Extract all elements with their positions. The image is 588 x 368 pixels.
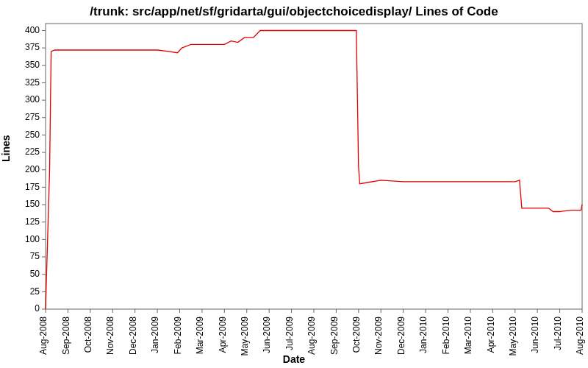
svg-text:Jan-2009: Jan-2009 [150, 316, 160, 353]
svg-text:Jun-2010: Jun-2010 [530, 316, 540, 353]
svg-text:Nov-2009: Nov-2009 [373, 316, 384, 355]
svg-text:Apr-2009: Apr-2009 [218, 316, 228, 353]
svg-text:Oct-2008: Oct-2008 [83, 316, 93, 353]
svg-text:250: 250 [25, 130, 40, 140]
svg-text:Oct-2009: Oct-2009 [351, 316, 362, 353]
svg-text:Feb-2010: Feb-2010 [441, 316, 451, 355]
svg-text:150: 150 [25, 199, 40, 209]
svg-text:100: 100 [25, 234, 40, 244]
svg-text:Nov-2008: Nov-2008 [105, 316, 115, 355]
svg-text:50: 50 [30, 269, 40, 279]
svg-text:Sep-2008: Sep-2008 [61, 316, 71, 355]
svg-text:375: 375 [25, 42, 40, 52]
svg-text:Mar-2009: Mar-2009 [195, 316, 205, 355]
svg-text:Aug-2009: Aug-2009 [306, 316, 317, 355]
svg-text:200: 200 [25, 164, 40, 174]
svg-text:25: 25 [30, 286, 40, 297]
svg-text:Aug-2010: Aug-2010 [575, 316, 585, 355]
svg-rect-0 [46, 24, 582, 309]
svg-text:Jul-2010: Jul-2010 [553, 316, 563, 350]
loc-chart: /trunk: src/app/net/sf/gridarta/gui/obje… [0, 0, 588, 368]
svg-text:175: 175 [25, 182, 40, 192]
svg-text:Feb-2009: Feb-2009 [173, 316, 183, 355]
svg-text:225: 225 [25, 146, 40, 157]
svg-text:350: 350 [25, 60, 40, 70]
svg-text:Aug-2008: Aug-2008 [38, 316, 49, 355]
svg-text:0: 0 [35, 303, 40, 314]
plot-svg: 0255075100125150175200225250275300325350… [0, 0, 588, 368]
svg-text:75: 75 [30, 251, 40, 261]
svg-text:Dec-2009: Dec-2009 [396, 316, 406, 355]
svg-text:Jun-2009: Jun-2009 [262, 316, 272, 353]
svg-text:Jul-2009: Jul-2009 [284, 316, 295, 350]
svg-text:Apr-2010: Apr-2010 [486, 316, 496, 353]
svg-text:125: 125 [25, 216, 40, 227]
svg-text:300: 300 [25, 94, 40, 105]
svg-text:400: 400 [25, 25, 40, 35]
svg-text:May-2010: May-2010 [508, 316, 518, 356]
svg-text:May-2009: May-2009 [240, 316, 250, 356]
svg-text:Dec-2008: Dec-2008 [128, 316, 138, 355]
svg-text:Mar-2010: Mar-2010 [463, 316, 473, 355]
svg-text:Jan-2010: Jan-2010 [418, 316, 429, 353]
svg-text:325: 325 [25, 77, 40, 88]
svg-text:Sep-2009: Sep-2009 [329, 316, 340, 355]
svg-text:275: 275 [25, 112, 40, 122]
